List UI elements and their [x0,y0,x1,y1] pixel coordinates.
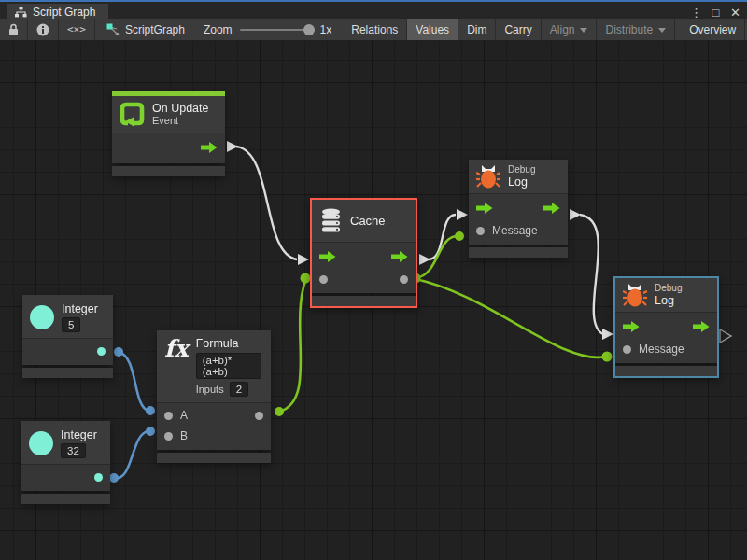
formula-fx-icon: fx [164,337,189,361]
integer-value-field[interactable]: 5 [62,317,80,332]
node-kicker: Debug [655,283,682,294]
node-integer-1[interactable]: Integer 5 [22,295,113,378]
wire-onupdate-to-cache[interactable] [236,147,297,259]
value-endpoint[interactable] [146,406,155,415]
flow-connector-onupdate-out[interactable] [227,141,238,152]
graph-toolbar: <×> ScriptGraph Zoom 1x Relations Values… [0,19,747,41]
flow-connector-cache-out[interactable] [419,254,430,265]
value-endpoint[interactable] [114,347,123,357]
node-footer [469,247,568,258]
flow-out-port[interactable] [543,203,560,214]
formula-expression-field[interactable]: (a+b)*(a+b) [196,353,261,379]
zoom-value: 1x [320,23,332,36]
node-title: Integer [61,428,97,441]
bug-icon [623,283,647,307]
flow-connector-log2-out-unconnected[interactable] [720,329,731,343]
node-debug-log-1[interactable]: Debug Log Message [469,160,568,258]
message-in-port[interactable] [623,345,631,354]
inputs-count-field[interactable]: 2 [230,382,248,397]
node-footer [157,453,271,463]
node-cache[interactable]: Cache [312,200,416,306]
value-out-port[interactable] [97,347,106,356]
flow-out-port[interactable] [391,251,408,262]
wire-integer5-to-formula-a[interactable] [119,352,148,411]
value-out-port[interactable] [94,473,103,482]
wire-integer32-to-formula-b[interactable] [114,431,148,478]
value-endpoint[interactable] [301,273,311,284]
integer-value-field[interactable]: 32 [61,443,86,458]
flow-out-port[interactable] [201,142,218,153]
graph-canvas[interactable]: On Update Event [0,41,747,560]
bug-icon [476,164,500,189]
inputs-label: Inputs [196,384,224,396]
value-in-port[interactable] [319,275,328,284]
window-close-icon[interactable]: ✕ [727,6,743,20]
zoom-slider-handle[interactable] [303,24,315,35]
chevron-down-icon [580,28,587,33]
node-kicker: Debug [508,164,535,175]
flow-connector-log2-in[interactable] [602,329,613,340]
value-out-port[interactable] [255,412,263,420]
lock-button[interactable] [0,19,28,40]
node-subtitle: Event [152,115,178,127]
relations-button[interactable]: Relations [343,19,407,40]
port-label: B [180,429,188,442]
graph-name-label: ScriptGraph [125,23,185,36]
node-formula[interactable]: fx Formula (a+b)*(a+b) Inputs 2 A [157,330,271,463]
flow-connector-log1-in[interactable] [457,209,468,220]
node-integer-2[interactable]: Integer 32 [21,421,110,504]
node-footer [312,296,416,306]
flow-connector-log1-out[interactable] [570,209,581,220]
port-label: A [180,409,188,422]
node-title: On Update [152,102,208,115]
flow-out-port[interactable] [693,321,710,332]
chevron-down-icon [658,28,666,33]
value-endpoint[interactable] [455,231,464,241]
input-b-port[interactable] [164,432,173,441]
flow-in-port[interactable] [476,203,493,214]
node-debug-log-2[interactable]: Debug Log Message [615,278,717,376]
graph-name: ScriptGraph [95,19,194,40]
wire-log1-to-log2[interactable] [580,215,603,334]
wire-cache-to-log2-message[interactable] [416,279,605,357]
carry-button[interactable]: Carry [496,19,541,40]
code-preview-button[interactable]: <×> [59,19,95,40]
value-endpoint[interactable] [109,473,119,483]
dim-button[interactable]: Dim [458,19,496,40]
zoom-label: Zoom [204,23,233,36]
port-label: Message [492,224,538,237]
integer-icon [30,305,54,329]
flow-in-port[interactable] [623,321,640,332]
flow-connector-cache-in[interactable] [298,254,309,265]
wire-formula-to-cache[interactable] [279,281,305,412]
graph-tab-icon [15,7,27,18]
node-footer [112,166,225,176]
info-icon [36,23,49,36]
integer-icon [29,431,53,455]
window-maximize-icon[interactable]: □ [708,6,724,20]
loop-event-icon [120,102,145,127]
window-menu-icon[interactable]: ⋮ [688,6,704,20]
value-out-port[interactable] [400,275,408,284]
value-endpoint[interactable] [275,407,284,416]
flow-in-port[interactable] [319,251,336,262]
node-title: Formula [196,337,239,350]
overview-button[interactable]: Overview [681,19,745,40]
zoom-slider[interactable] [240,29,313,31]
message-in-port[interactable] [476,227,485,235]
values-button[interactable]: Values [407,19,458,40]
value-endpoint[interactable] [602,352,613,362]
node-title: Log [655,294,674,307]
node-title: Integer [62,302,98,315]
node-title: Cache [350,215,386,228]
node-footer [21,494,110,504]
info-button[interactable] [28,19,59,40]
value-endpoint[interactable] [146,427,155,436]
lock-icon [8,23,19,35]
input-a-port[interactable] [164,412,173,420]
node-footer [22,368,113,378]
node-footer [615,366,717,376]
node-on-update[interactable]: On Update Event [112,91,225,176]
align-dropdown[interactable]: Align [542,19,598,40]
distribute-dropdown[interactable]: Distribute [597,19,675,40]
